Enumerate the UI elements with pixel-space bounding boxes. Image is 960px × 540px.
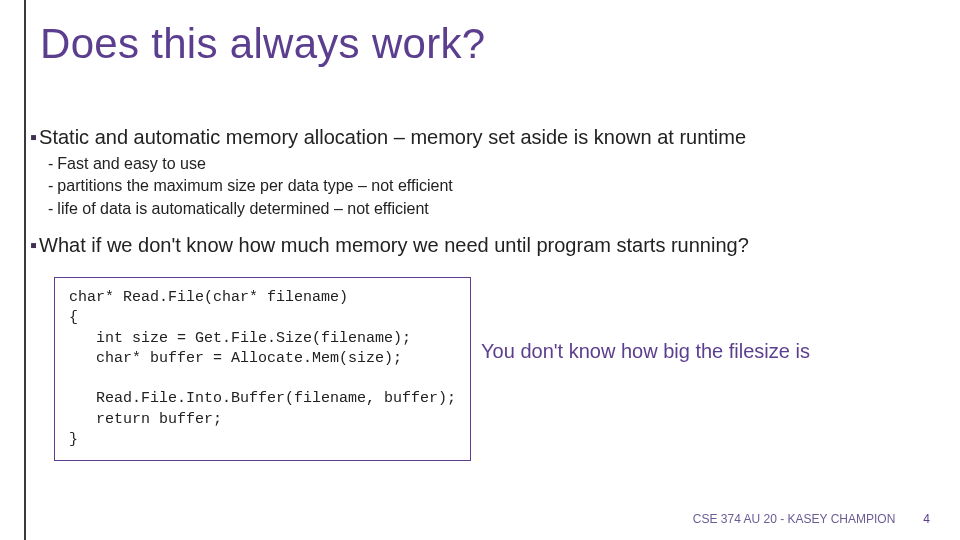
bullet-2: ▪What if we don't know how much memory w… <box>30 234 930 257</box>
bullet-1: ▪Static and automatic memory allocation … <box>30 126 930 149</box>
sub-list-1: -Fast and easy to use -partitions the ma… <box>48 153 930 220</box>
bullet-1-text: Static and automatic memory allocation –… <box>39 126 746 148</box>
sub-item: -Fast and easy to use <box>48 153 930 175</box>
body: ▪Static and automatic memory allocation … <box>30 120 930 461</box>
sub-text: Fast and easy to use <box>57 155 206 172</box>
annotation: You don't know how big the filesize is <box>481 340 810 363</box>
sub-item: -life of data is automatically determine… <box>48 198 930 220</box>
title-area: Does this always work? <box>40 20 485 68</box>
code-block: char* Read.File(char* filename) { int si… <box>54 277 471 461</box>
dash-icon: - <box>48 155 53 172</box>
sub-text: partitions the maximum size per data typ… <box>57 177 452 194</box>
footer-course: CSE 374 AU 20 - KASEY CHAMPION <box>693 512 896 526</box>
dash-icon: - <box>48 200 53 217</box>
left-rule <box>24 0 26 540</box>
dash-icon: - <box>48 177 53 194</box>
code-row: char* Read.File(char* filename) { int si… <box>54 277 930 461</box>
footer: CSE 374 AU 20 - KASEY CHAMPION 4 <box>693 512 930 526</box>
footer-page: 4 <box>923 512 930 526</box>
sub-item: -partitions the maximum size per data ty… <box>48 175 930 197</box>
bullet-icon: ▪ <box>30 126 37 148</box>
bullet-icon: ▪ <box>30 234 37 256</box>
sub-text: life of data is automatically determined… <box>57 200 428 217</box>
slide-title: Does this always work? <box>40 20 485 68</box>
bullet-2-text: What if we don't know how much memory we… <box>39 234 749 256</box>
